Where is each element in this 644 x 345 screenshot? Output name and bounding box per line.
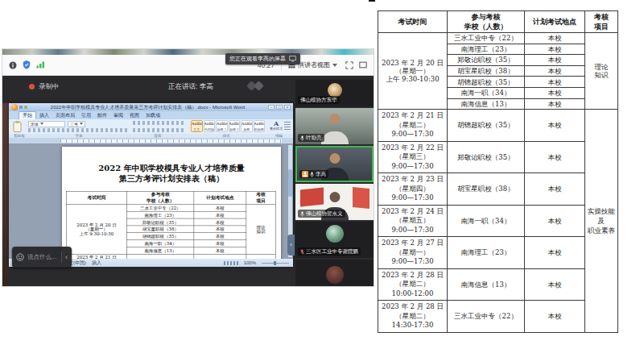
document-page: 2022 年中职学校模具专业人才培养质量 第三方考评计划安排表（稿） 考试时间参… bbox=[62, 147, 281, 259]
style-gallery: AaBbCcDd正文AaBbCcDd无间隔AaBbC标题 1AaBbC标题 2A… bbox=[191, 120, 265, 132]
schedule-header-row: 考试时间参与考核 学校（人数）计划考试地点考核 项目 bbox=[66, 191, 275, 204]
ribbon-group-label-4: 编辑 bbox=[265, 134, 293, 138]
ribbon-tab-5[interactable]: 审阅 bbox=[110, 112, 126, 119]
chat-input-pill[interactable]: 说点什么... ‹ bbox=[12, 247, 72, 268]
school-cell: 南海理工（23） bbox=[448, 237, 525, 269]
recording-dot-icon bbox=[29, 84, 35, 89]
participant-name: 三水区工业中专谢院鹏 bbox=[306, 248, 358, 255]
participant-name-tag: 佛山模协方东华 bbox=[298, 96, 340, 104]
school-cell: 郑敬诒职校（35） bbox=[127, 218, 194, 226]
ribbon-tab-7[interactable]: 加载项 bbox=[142, 112, 163, 119]
location-cell: 本校 bbox=[194, 211, 246, 218]
meeting-toolbar: 40:27 演讲者视图 bbox=[2, 55, 374, 76]
meeting-stage: 录制中 正在讲话: 李高 2022年中职学校模具专业人才培养质量第三方考评计划安… bbox=[2, 76, 374, 286]
exam-time-cell: 2023 年 2 月 23 日 （星期四） 9:00—17:30 bbox=[378, 173, 448, 206]
location-cell: 本校 bbox=[194, 204, 246, 211]
meeting-info-icon[interactable] bbox=[9, 61, 17, 69]
schedule-header-cell: 考核 项目 bbox=[246, 191, 275, 204]
doc-schedule-table: 考试时间参与考核 学校（人数）计划考试地点考核 项目2023 年 2 月 20 … bbox=[66, 191, 276, 259]
chat-collapse-button[interactable]: ‹ bbox=[65, 254, 68, 261]
emoji-icon[interactable] bbox=[16, 253, 24, 261]
schedule-header-cell: 参与考核 学校（人数） bbox=[448, 11, 525, 33]
person-head bbox=[329, 192, 340, 202]
school-cell: 南海信息（13） bbox=[448, 268, 525, 301]
project-cell: 实操技能 及 职业素养 bbox=[585, 110, 618, 333]
school-cell: 南海理工（23） bbox=[127, 211, 194, 218]
school-cell: 郑敬诒职校（35） bbox=[448, 141, 525, 173]
change-styles-button[interactable]: A 更改样式 bbox=[267, 120, 285, 131]
schedule-header-cell: 考试时间 bbox=[378, 11, 448, 33]
font-name-select[interactable]: 宋体 bbox=[28, 121, 65, 127]
style-chip-4[interactable]: AaBbC标题 bbox=[241, 120, 253, 132]
style-chip-label: 标题 2 bbox=[229, 127, 240, 131]
style-chip-label: 副标题 bbox=[254, 127, 265, 131]
font-size-select[interactable]: 三号 bbox=[68, 121, 85, 127]
maximize-button[interactable]: □ bbox=[276, 105, 283, 110]
style-chip-sample: AaBbC bbox=[242, 121, 252, 127]
ribbon-tab-0[interactable]: 开始 bbox=[19, 111, 36, 119]
participant-tile-1[interactable]: 叶勤亮 bbox=[295, 108, 374, 144]
close-button[interactable]: × bbox=[284, 105, 291, 110]
ribbon-tab-4[interactable]: 邮件 bbox=[94, 112, 110, 119]
style-chip-3[interactable]: AaBbC标题 2 bbox=[229, 120, 241, 132]
minimize-button[interactable]: – bbox=[268, 105, 275, 110]
schedule-header-cell: 参与考核 学校（人数） bbox=[127, 191, 194, 204]
meeting-app-logo bbox=[246, 81, 267, 92]
style-chip-5[interactable]: AaBbC副标题 bbox=[254, 120, 266, 132]
chat-divider bbox=[61, 251, 62, 263]
scrollbar-thumb[interactable] bbox=[288, 169, 292, 197]
paragraph-buttons-row1[interactable] bbox=[133, 121, 186, 125]
participant-tile-5[interactable] bbox=[295, 260, 374, 286]
schedule-row: 2023 年 2 月 22 日 （星期三） 9:00—17:30郑敬诒职校（35… bbox=[378, 141, 618, 173]
editing-group-buttons[interactable] bbox=[284, 122, 291, 130]
save-button[interactable] bbox=[19, 106, 23, 109]
exam-time-cell: 2023 年 2 月 22 日 （星期三） 9:00—17:30 bbox=[378, 141, 448, 173]
network-signal-icon[interactable] bbox=[36, 61, 45, 69]
participant-tile-2[interactable]: 李高 bbox=[295, 146, 374, 182]
location-cell: 本校 bbox=[194, 247, 246, 254]
view-mode-label: 演讲者视图 bbox=[298, 60, 330, 69]
person-torso bbox=[321, 131, 349, 144]
font-format-buttons[interactable] bbox=[28, 128, 128, 132]
ribbon-tab-2[interactable]: 页面布局 bbox=[52, 112, 78, 119]
panel-collapse-handle[interactable]: ‹ bbox=[287, 235, 295, 256]
fullscreen-icon[interactable] bbox=[345, 61, 353, 69]
schedule-header-cell: 考试时间 bbox=[66, 191, 126, 204]
float-window-icon[interactable] bbox=[359, 61, 367, 69]
exam-time-cell: 2023 年 2 月 24 日 （星期五） 9:00—17:30 bbox=[378, 205, 448, 237]
participant-tile-3[interactable]: 佛山模协贺永义 bbox=[295, 184, 374, 220]
style-chip-label: 正文 bbox=[192, 127, 202, 131]
participant-name-tag: 三水区工业中专谢院鹏 bbox=[298, 247, 361, 256]
ribbon-tab-1[interactable]: 插入 bbox=[36, 112, 52, 119]
style-chip-0[interactable]: AaBbCcDd正文 bbox=[191, 120, 203, 132]
ribbon-tab-3[interactable]: 引用 bbox=[78, 112, 94, 119]
office-button[interactable] bbox=[11, 104, 18, 110]
participant-list: 佛山模协方东华叶勤亮李高佛山模协贺永义三水区工业中专谢院鹏 bbox=[295, 80, 374, 286]
chat-input[interactable]: 说点什么... bbox=[27, 253, 58, 261]
undo-button[interactable] bbox=[24, 106, 27, 109]
zoom-slider[interactable] bbox=[262, 263, 289, 264]
school-cell: 胡宝星职校（38） bbox=[127, 226, 194, 233]
ribbon-group-label-2: 段落 bbox=[128, 134, 188, 138]
participant-tile-4[interactable]: 三水区工业中专谢院鹏 bbox=[295, 222, 374, 258]
schedule-table-body: 2023 年 2 月 20 日 （星期一） 上午 9:30-10:30三水工业中… bbox=[378, 33, 618, 333]
paragraph-buttons-row2[interactable] bbox=[133, 128, 186, 132]
host-badge-icon bbox=[302, 171, 308, 177]
security-shield-icon[interactable] bbox=[23, 60, 31, 69]
change-styles-label: 更改样式 bbox=[267, 127, 285, 131]
zoom-level: 100% bbox=[244, 260, 256, 265]
style-chip-1[interactable]: AaBbCcDd无间隔 bbox=[204, 120, 216, 132]
style-chip-2[interactable]: AaBbC标题 1 bbox=[216, 120, 228, 132]
schedule-table-head: 考试时间参与考核 学校（人数）计划考试地点考核 项目 bbox=[378, 11, 618, 33]
view-switch-buttons[interactable] bbox=[224, 261, 238, 265]
style-chip-sample: AaBbC bbox=[254, 121, 265, 127]
exam-time-cell: 2023 年 2 月 28 日 （星期二） 10:00-12:00 bbox=[378, 268, 448, 301]
status-insert-mode: 插入 bbox=[92, 260, 101, 267]
participant-tile-0[interactable]: 佛山模协方东华 bbox=[295, 80, 374, 106]
location-cell: 本校 bbox=[525, 205, 585, 237]
screenshot-root: 40:27 演讲者视图 您正在观看李高的屏幕 录制中 正在讲话: 李高 bbox=[0, 0, 644, 345]
exam-time-cell: 2023 年 2 月 28 日 （星期二） 14:30-17:30 bbox=[378, 301, 448, 333]
recording-label: 录制中 bbox=[39, 82, 60, 92]
location-cell: 本校 bbox=[525, 237, 585, 269]
ribbon-tab-6[interactable]: 视图 bbox=[126, 112, 142, 119]
